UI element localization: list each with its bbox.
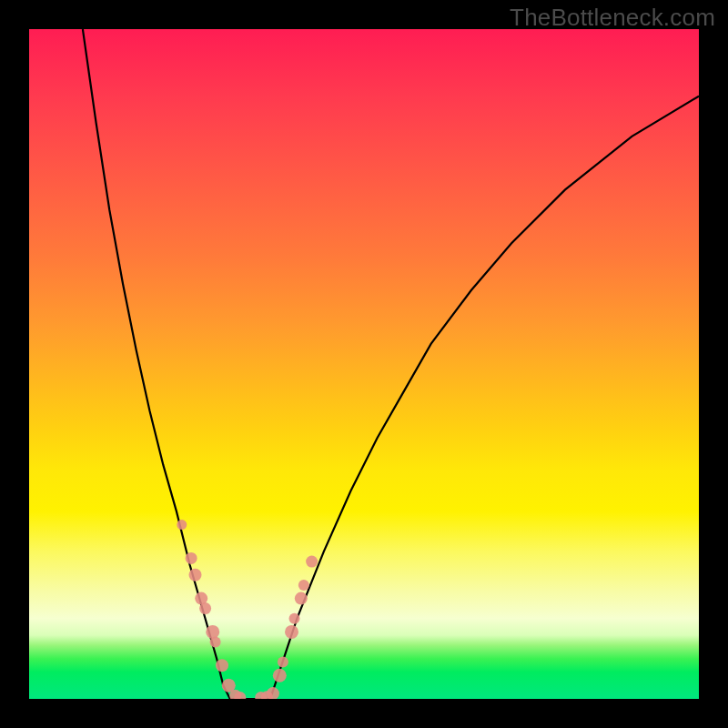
bottleneck-curve [29, 29, 699, 699]
data-marker [295, 592, 308, 605]
data-marker [216, 659, 228, 672]
plot-area [29, 29, 699, 699]
chart-frame: TheBottleneck.com [0, 0, 728, 728]
data-marker [177, 520, 187, 530]
data-marker [289, 613, 300, 624]
data-marker [210, 636, 221, 647]
watermark-text: TheBottleneck.com [510, 4, 715, 32]
data-marker [298, 580, 309, 591]
data-marker [285, 625, 298, 639]
data-marker [189, 569, 202, 581]
data-marker [186, 552, 197, 564]
data-marker [273, 669, 287, 682]
data-marker [206, 625, 219, 639]
curve-line [83, 29, 699, 699]
data-marker [199, 602, 211, 614]
data-marker [306, 556, 318, 568]
data-marker [278, 657, 288, 668]
data-marker [267, 687, 279, 699]
marker-group [177, 520, 318, 699]
